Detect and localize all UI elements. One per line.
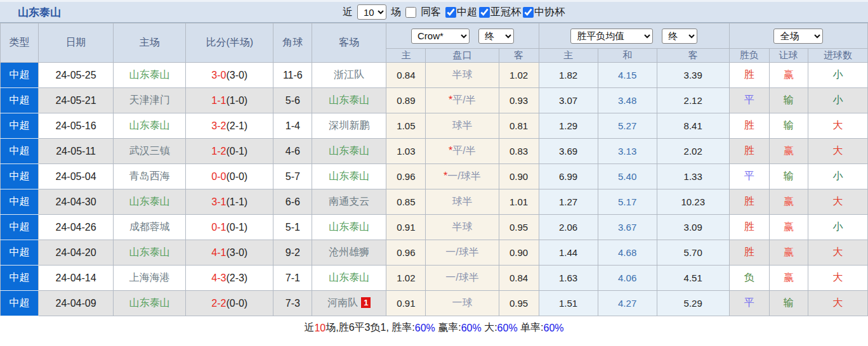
home-team-cell: 山东泰山 — [114, 291, 186, 316]
asia-away-odds-cell: 0.81 — [499, 113, 539, 139]
away-team-name: 浙江队 — [334, 69, 364, 80]
header-type: 类型 — [1, 23, 39, 63]
corners-cell: 5-6 — [273, 88, 312, 113]
asia-home-odds-cell: 1.05 — [386, 113, 426, 139]
corners-cell: 7-3 — [273, 291, 312, 316]
table-row: 中超24-04-09山东泰山2-2(0-0)7-3河南队10.91一球0.951… — [1, 291, 868, 316]
handicap-cell: 半球 — [426, 63, 499, 88]
halftime-score: (1-1) — [226, 196, 247, 207]
handicap-result-value: 输 — [784, 297, 794, 308]
handicap-cell: 一/球半 — [426, 240, 499, 266]
handicap-cell: *一/球半 — [426, 164, 499, 189]
euro-draw-odds-cell: 3.13 — [598, 139, 657, 164]
date-cell: 24-05-11 — [39, 139, 114, 164]
same-away-label: 同客 — [421, 6, 441, 19]
home-team-name: 山东泰山 — [129, 69, 170, 80]
euro-away-odds-cell: 4.51 — [657, 266, 729, 291]
handicap-result-value: 输 — [784, 170, 794, 181]
home-team-cell: 天津津门 — [114, 88, 186, 113]
home-team-cell: 山东泰山 — [114, 189, 186, 215]
home-team-name: 山东泰山 — [129, 120, 170, 131]
euro-home-odds-cell: 1.29 — [539, 113, 598, 139]
handicap-result-value: 赢 — [784, 247, 794, 257]
halftime-score: (2-1) — [226, 120, 247, 131]
recent-count-select[interactable]: 10 — [357, 4, 386, 20]
handicap-result-cell: 输 — [769, 291, 808, 316]
subheader-handicap: 盘口 — [426, 49, 499, 63]
away-team-name: 深圳新鹏 — [329, 120, 369, 131]
europe-odds-time-select[interactable]: 终 — [662, 29, 697, 44]
asia-home-odds-cell: 0.96 — [386, 164, 426, 189]
subheader-goals: 进球数 — [808, 49, 867, 63]
same-away-checkbox[interactable] — [405, 7, 416, 18]
handicap-result-cell: 赢 — [769, 240, 808, 266]
halftime-score: (3-0) — [226, 247, 247, 258]
away-team-cell: 沧州雄狮 — [312, 240, 386, 266]
league-csl-checkbox[interactable] — [445, 7, 456, 18]
league-acl-checkbox[interactable] — [479, 7, 490, 18]
euro-draw-odds-cell: 5.40 — [598, 164, 657, 189]
subheader-euro-draw: 和 — [598, 49, 657, 63]
odd-rate-label: 单率: — [518, 321, 544, 335]
away-team-name: 南通支云 — [329, 196, 369, 207]
outcome-cell: 胜 — [729, 63, 769, 88]
league-cell: 中超 — [1, 63, 39, 88]
halftime-score: (0-1) — [226, 222, 247, 233]
handicap-line: 一/球半 — [445, 247, 478, 257]
outcome-cell: 胜 — [729, 139, 769, 164]
score-cell: 1-2(0-1) — [186, 139, 273, 164]
score-cell: 0-0(0-0) — [186, 164, 273, 189]
date-cell: 24-05-04 — [39, 164, 114, 189]
asia-odds-time-select[interactable]: 终 — [478, 29, 514, 44]
corners-cell: 5-1 — [273, 215, 312, 240]
away-team-name: 山东泰山 — [329, 170, 369, 181]
home-team-cell: 山东泰山 — [114, 240, 186, 266]
league-cell: 中超 — [1, 215, 39, 240]
euro-home-odds-cell: 2.06 — [539, 215, 598, 240]
outcome-cell: 胜 — [729, 189, 769, 215]
red-card-badge: 1 — [361, 297, 371, 308]
league-cell: 中超 — [1, 240, 39, 266]
handicap-line: 平/半 — [452, 145, 475, 156]
euro-draw-odds-cell: 5.27 — [598, 113, 657, 139]
handicap-line: 半球 — [452, 221, 472, 232]
asia-home-odds-cell: 0.91 — [386, 291, 426, 316]
euro-home-odds-cell: 3.69 — [539, 139, 598, 164]
euro-away-odds-cell: 2.02 — [657, 139, 729, 164]
goals-cell: 大 — [808, 139, 867, 164]
home-team-name: 武汉三镇 — [129, 145, 170, 156]
league-cell: 中超 — [1, 291, 39, 316]
handicap-result-cell: 输 — [769, 164, 808, 189]
away-team-cell: 山东泰山 — [312, 266, 386, 291]
goals-cell: 大 — [808, 240, 867, 266]
euro-away-odds-cell: 5.70 — [657, 240, 729, 266]
result-scope-select[interactable]: 全场 — [773, 29, 823, 44]
outcome-cell: 平 — [729, 291, 769, 316]
goals-cell: 大 — [808, 189, 867, 215]
euro-draw-odds-cell: 3.67 — [598, 215, 657, 240]
goals-value: 小 — [832, 94, 843, 105]
outcome-cell: 负 — [729, 266, 769, 291]
fulltime-score: 1-2 — [211, 146, 226, 157]
fulltime-score: 0-0 — [211, 171, 226, 182]
table-row: 中超24-05-21天津津门1-1(1-0)5-6山东泰山0.89*平/半0.9… — [1, 88, 868, 113]
asia-home-odds-cell: 1.03 — [386, 139, 426, 164]
asia-home-odds-cell: 0.85 — [386, 189, 426, 215]
goals-value: 小 — [832, 170, 843, 181]
score-cell: 1-1(1-0) — [186, 88, 273, 113]
asia-odds-company-select[interactable]: Crow* — [411, 29, 470, 44]
halftime-score: (1-0) — [226, 95, 247, 106]
header-home: 主场 — [114, 23, 186, 63]
home-team-cell: 上海海港 — [114, 266, 186, 291]
away-team-name: 山东泰山 — [329, 94, 369, 105]
home-team-name: 上海海港 — [129, 272, 170, 283]
europe-odds-type-select[interactable]: 胜平负均值 — [570, 29, 653, 44]
league-cfa-cup-label: 中协杯 — [534, 6, 565, 19]
unit-label: 场 — [391, 6, 401, 19]
handicap-result-value: 赢 — [784, 69, 794, 80]
asia-away-odds-cell: 0.95 — [499, 215, 539, 240]
handicap-cell: 球半 — [426, 189, 499, 215]
league-cfa-cup-checkbox[interactable] — [523, 7, 534, 18]
asia-away-odds-cell: 0.90 — [499, 164, 539, 189]
asia-home-odds-cell: 0.96 — [386, 240, 426, 266]
